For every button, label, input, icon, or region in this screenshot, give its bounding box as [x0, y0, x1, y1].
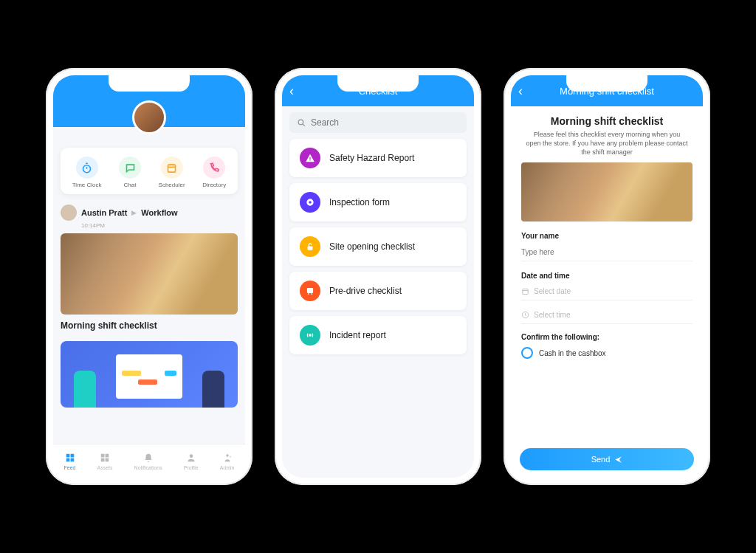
date-picker[interactable]: Select date [521, 284, 693, 300]
svg-rect-8 [101, 458, 105, 462]
form-screen: ‹ Morning shift checklist Morning shift … [511, 75, 703, 478]
svg-rect-9 [106, 458, 109, 462]
clock-icon [521, 311, 529, 319]
tab-label: Admin [220, 465, 235, 470]
illustration-person [74, 371, 96, 408]
svg-rect-3 [70, 454, 74, 458]
quick-actions-card: Time Clock Chat Scheduler Directory [61, 148, 238, 194]
svg-rect-1 [168, 165, 176, 172]
form-description: Please feel this checklist every morning… [526, 130, 688, 157]
calendar-icon [161, 157, 183, 179]
svg-rect-7 [106, 454, 109, 458]
admin-icon [221, 452, 233, 464]
tab-admin[interactable]: Admin [220, 452, 235, 470]
avatar[interactable] [132, 100, 166, 134]
back-button[interactable]: ‹ [518, 83, 523, 99]
svg-point-11 [226, 454, 229, 457]
checklist-screen: ‹ Checklist Safety Hazard Report Inspect… [282, 75, 474, 478]
feed-icon [64, 452, 76, 464]
form-title: Morning shift checklist [521, 115, 693, 127]
item-label: Safety Hazard Report [329, 153, 414, 163]
svg-rect-15 [308, 246, 313, 250]
post-time: 10:14PM [81, 222, 238, 229]
feed-screen: Time Clock Chat Scheduler Directory [53, 75, 245, 478]
form-image [521, 162, 693, 221]
user-icon [185, 452, 197, 464]
svg-point-19 [309, 334, 311, 336]
quick-label: Chat [119, 182, 141, 188]
send-icon [614, 456, 622, 464]
item-label: Site opening checklist [329, 241, 415, 252]
time-picker[interactable]: Select time [521, 308, 693, 324]
bus-icon [300, 281, 320, 301]
send-label: Send [591, 455, 611, 464]
svg-point-18 [311, 293, 312, 295]
svg-rect-6 [101, 454, 105, 458]
chevron-right-icon: ▶ [131, 209, 137, 216]
svg-point-17 [308, 293, 309, 295]
broadcast-icon [300, 325, 320, 346]
name-input[interactable] [521, 245, 693, 261]
confirm-item: Cash in the cashbox [521, 347, 693, 359]
checklist-item-incident[interactable]: Incident report [289, 316, 467, 354]
radio-cashbox[interactable] [521, 347, 533, 359]
tab-feed[interactable]: Feed [64, 452, 76, 470]
tab-label: Assets [97, 465, 113, 470]
svg-point-10 [189, 454, 193, 458]
feed-post[interactable]: Austin Pratt ▶ Workflow 10:14PM Morning … [61, 205, 238, 331]
post-author-avatar [61, 205, 77, 221]
grid-icon [99, 452, 111, 464]
time-placeholder: Select time [534, 311, 570, 319]
quick-label: Directory [202, 182, 226, 188]
quick-chat[interactable]: Chat [119, 157, 141, 188]
tab-label: Notifications [134, 465, 162, 470]
checklist-item-safety[interactable]: Safety Hazard Report [289, 139, 467, 177]
tab-profile[interactable]: Profile [184, 452, 199, 470]
svg-rect-2 [66, 454, 69, 458]
tab-assets[interactable]: Assets [97, 452, 113, 470]
calendar-icon [521, 287, 529, 295]
notch [337, 74, 419, 92]
post-author: Austin Pratt [81, 208, 127, 217]
post-title: Morning shift checklist [61, 320, 238, 331]
quick-label: Time Clock [72, 182, 102, 188]
send-button[interactable]: Send [520, 448, 694, 470]
illustration-board [116, 354, 182, 399]
checklist-item-pre-drive[interactable]: Pre-drive checklist [289, 272, 467, 310]
quick-label: Scheduler [159, 182, 185, 188]
confirm-item-label: Cash in the cashbox [539, 349, 606, 357]
quick-scheduler[interactable]: Scheduler [159, 157, 185, 188]
feed-illustration-card[interactable] [61, 341, 238, 408]
back-button[interactable]: ‹ [289, 83, 294, 99]
item-label: Incident report [329, 330, 386, 340]
post-image [61, 233, 238, 315]
bell-icon [142, 452, 154, 464]
search-icon [297, 118, 306, 128]
phone-form: ‹ Morning shift checklist Morning shift … [504, 68, 710, 485]
warning-icon [300, 148, 320, 168]
svg-point-12 [298, 120, 303, 125]
chat-icon [119, 157, 141, 179]
bottom-tabbar: Feed Assets Notifications Profile Admin [53, 444, 245, 478]
notch [566, 74, 647, 92]
quick-directory[interactable]: Directory [202, 157, 226, 188]
datetime-label: Date and time [521, 272, 693, 280]
phone-checklist: ‹ Checklist Safety Hazard Report Inspect… [275, 68, 481, 485]
search-input[interactable] [311, 117, 459, 128]
eye-icon [300, 192, 320, 213]
stopwatch-icon [76, 157, 98, 179]
tab-label: Profile [184, 465, 199, 470]
name-label: Your name [521, 232, 693, 240]
date-placeholder: Select date [534, 287, 571, 295]
confirm-label: Confirm the following: [521, 333, 693, 341]
lock-icon [300, 236, 320, 257]
phone-icon [203, 157, 225, 179]
quick-time-clock[interactable]: Time Clock [72, 157, 102, 188]
search-bar[interactable] [289, 112, 467, 133]
phone-feed: Time Clock Chat Scheduler Directory [46, 68, 252, 485]
svg-rect-5 [70, 458, 74, 462]
tab-notifications[interactable]: Notifications [134, 452, 162, 470]
checklist-item-site-opening[interactable]: Site opening checklist [289, 227, 467, 266]
checklist-item-inspection[interactable]: Inspection form [289, 183, 467, 221]
post-target: Workflow [141, 208, 177, 217]
